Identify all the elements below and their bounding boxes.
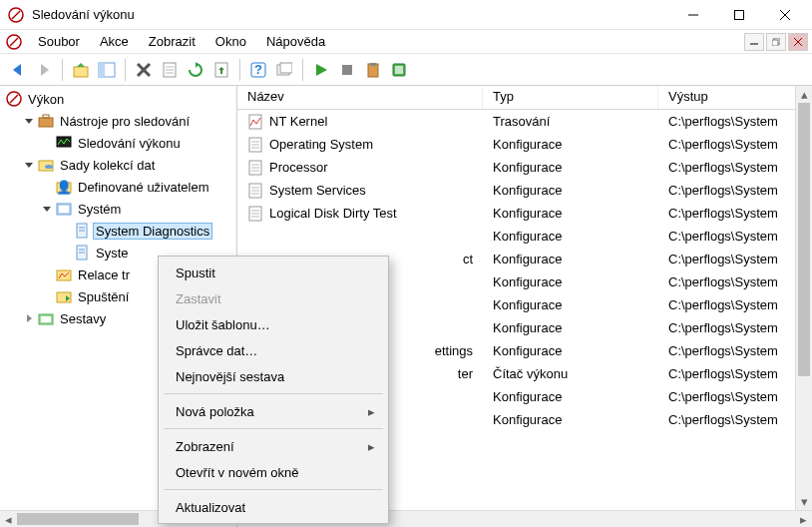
context-menu-item[interactable]: Spustit bbox=[162, 260, 385, 285]
context-menu-item[interactable]: Uložit šablonu… bbox=[162, 311, 385, 337]
menu-window[interactable]: Okno bbox=[205, 32, 256, 51]
scroll-left-icon[interactable]: ◂ bbox=[0, 511, 17, 527]
help-button[interactable]: ? bbox=[246, 58, 270, 82]
cell-name: Logical Disk Dirty Test bbox=[269, 206, 397, 221]
svg-rect-3 bbox=[735, 10, 744, 19]
svg-rect-31 bbox=[395, 66, 403, 74]
menu-view[interactable]: Zobrazit bbox=[139, 32, 205, 51]
table-row[interactable]: ProcessorKonfiguraceC:\perflogs\System bbox=[237, 156, 795, 179]
folder-user-icon: 👤 bbox=[56, 179, 72, 195]
menu-file[interactable]: Soubor bbox=[28, 32, 90, 51]
tree-node[interactable]: Systém bbox=[0, 198, 236, 220]
folder-start-icon bbox=[56, 288, 72, 304]
table-row[interactable]: KonfiguraceC:\perflogs\System bbox=[237, 225, 795, 248]
cell-type: Konfigurace bbox=[483, 320, 658, 335]
list-header: Název Typ Výstup bbox=[237, 86, 812, 110]
svg-rect-26 bbox=[280, 63, 292, 73]
monitor-icon bbox=[56, 135, 72, 151]
chevron-right-icon: ▸ bbox=[368, 439, 375, 454]
mdi-close-button[interactable] bbox=[788, 33, 808, 51]
forward-button[interactable] bbox=[32, 58, 56, 82]
list-vscrollbar[interactable]: ▴ ▾ bbox=[795, 86, 812, 510]
cell-output: C:\perflogs\System bbox=[658, 297, 795, 312]
context-menu-item[interactable]: Správce dat… bbox=[162, 337, 385, 363]
table-row[interactable]: Logical Disk Dirty TestKonfiguraceC:\per… bbox=[237, 202, 795, 225]
cell-type: Konfigurace bbox=[483, 412, 658, 427]
new-window-button[interactable] bbox=[272, 58, 296, 82]
scroll-down-icon[interactable]: ▾ bbox=[796, 493, 812, 510]
table-row[interactable]: Operating SystemKonfiguraceC:\perflogs\S… bbox=[237, 133, 795, 156]
tree-node-label: Definované uživatelem bbox=[76, 180, 211, 195]
svg-text:👤: 👤 bbox=[56, 179, 72, 195]
maximize-button[interactable] bbox=[716, 0, 762, 30]
start-button[interactable] bbox=[309, 58, 333, 82]
tree-node-label: Sledování výkonu bbox=[76, 136, 183, 151]
context-menu-item[interactable]: Nová položka▸ bbox=[162, 398, 385, 424]
up-button[interactable] bbox=[69, 58, 93, 82]
scroll-up-icon[interactable]: ▴ bbox=[796, 86, 812, 103]
back-button[interactable] bbox=[6, 58, 30, 82]
context-menu-item[interactable]: Aktualizovat bbox=[162, 494, 385, 520]
stop-button[interactable] bbox=[335, 58, 359, 82]
cell-type: Konfigurace bbox=[483, 297, 658, 312]
menu-help[interactable]: Nápověda bbox=[256, 32, 335, 51]
scroll-right-icon[interactable]: ▸ bbox=[795, 511, 812, 527]
col-header-output[interactable]: Výstup bbox=[658, 86, 812, 109]
mdi-restore-button[interactable] bbox=[766, 33, 786, 51]
menu-action[interactable]: Akce bbox=[90, 32, 139, 51]
cell-output: C:\perflogs\System bbox=[658, 252, 795, 266]
cell-type: Konfigurace bbox=[483, 252, 658, 266]
toolbox-icon bbox=[38, 113, 54, 129]
tree-node[interactable]: System Diagnostics bbox=[0, 220, 236, 242]
tree-root[interactable]: Výkon bbox=[0, 88, 236, 110]
expander-icon[interactable] bbox=[40, 202, 54, 216]
context-menu-item[interactable]: Nejnovější sestava bbox=[162, 363, 385, 389]
clipboard-icon[interactable] bbox=[361, 58, 385, 82]
svg-rect-50 bbox=[57, 292, 71, 302]
expander-icon[interactable] bbox=[22, 158, 36, 172]
toolbar-separator bbox=[62, 59, 63, 81]
tree-node[interactable]: Sledování výkonu bbox=[0, 132, 236, 154]
export-button[interactable] bbox=[209, 58, 233, 82]
col-header-type[interactable]: Typ bbox=[483, 86, 658, 109]
tree-node-label: Spuštění bbox=[76, 289, 131, 304]
menu-app-icon bbox=[6, 34, 22, 50]
cell-output: C:\perflogs\System bbox=[658, 114, 795, 129]
expander-icon[interactable] bbox=[22, 311, 36, 325]
mdi-minimize-button[interactable] bbox=[744, 33, 764, 51]
show-hide-tree-button[interactable] bbox=[95, 58, 119, 82]
refresh-button[interactable] bbox=[184, 58, 207, 82]
reports-icon bbox=[38, 310, 54, 326]
tree-node-label: Syste bbox=[94, 246, 131, 261]
context-menu-item[interactable]: Zobrazení▸ bbox=[162, 433, 385, 459]
col-header-name[interactable]: Název bbox=[237, 86, 483, 109]
app-icon bbox=[6, 91, 22, 107]
cell-output: C:\perflogs\System bbox=[658, 229, 795, 244]
context-menu-item[interactable]: Otevřít v novém okně bbox=[162, 459, 385, 485]
properties-button[interactable] bbox=[158, 58, 182, 82]
app-icon bbox=[8, 7, 24, 23]
tree-node[interactable]: Nástroje pro sledování bbox=[0, 110, 236, 132]
delete-button[interactable] bbox=[132, 58, 156, 82]
svg-rect-35 bbox=[43, 115, 49, 118]
scroll-thumb[interactable] bbox=[798, 103, 810, 376]
svg-rect-29 bbox=[370, 63, 376, 66]
tree-node-label: Nástroje pro sledování bbox=[58, 114, 192, 129]
close-button[interactable] bbox=[762, 0, 808, 30]
scroll-thumb[interactable] bbox=[17, 513, 139, 525]
expander-icon[interactable] bbox=[22, 114, 36, 128]
cell-name: ter bbox=[458, 366, 473, 381]
book-icon[interactable] bbox=[387, 58, 411, 82]
table-row[interactable]: NT KernelTrasováníC:\perflogs\System bbox=[237, 110, 795, 133]
menu-bar: Soubor Akce Zobrazit Okno Nápověda bbox=[0, 30, 812, 54]
cell-type: Konfigurace bbox=[483, 206, 658, 221]
menu-separator bbox=[164, 489, 383, 490]
cell-output: C:\perflogs\System bbox=[658, 366, 795, 381]
cell-type: Konfigurace bbox=[483, 229, 658, 244]
tree-node-label: Sady kolekcí dat bbox=[58, 158, 157, 173]
cell-type: Konfigurace bbox=[483, 160, 658, 175]
minimize-button[interactable] bbox=[670, 0, 716, 30]
tree-node[interactable]: 👤Definované uživatelem bbox=[0, 176, 236, 198]
table-row[interactable]: System ServicesKonfiguraceC:\perflogs\Sy… bbox=[237, 179, 795, 202]
tree-node[interactable]: Sady kolekcí dat bbox=[0, 154, 236, 176]
